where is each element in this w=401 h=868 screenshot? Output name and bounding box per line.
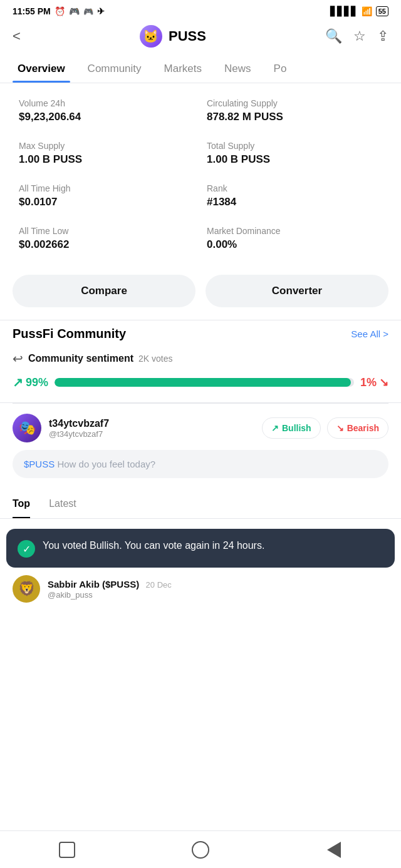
stat-volume-value: $9,23,206.64 (19, 111, 194, 123)
stat-circulating-value: 878.82 M PUSS (207, 111, 382, 123)
tab-overview[interactable]: Overview (6, 55, 76, 83)
share-icon[interactable]: ⇪ (377, 28, 388, 44)
signal-icon: ▋▋▋▋ (330, 6, 358, 16)
compare-button[interactable]: Compare (13, 275, 195, 307)
placeholder-text: How do you feel today? (57, 459, 155, 469)
bottom-avatar-icon: 🦁 (18, 581, 35, 597)
header-actions: 🔍 ☆ ⇪ (325, 28, 388, 44)
user-details: t34ytcvbzaf7 @t34ytcvbzaf7 (49, 418, 109, 439)
send-icon: ✈ (97, 6, 105, 16)
stat-rank-value: #1384 (207, 196, 382, 208)
circle-icon (192, 841, 209, 859)
sentiment-label: Community sentiment (28, 353, 133, 364)
user-handle: @t34ytcvbzaf7 (49, 429, 109, 439)
stat-atl-label: All Time Low (19, 226, 194, 236)
user-info: 🎭 t34ytcvbzaf7 @t34ytcvbzaf7 (13, 414, 109, 442)
votes-badge: 2K votes (138, 354, 172, 364)
status-bar: 11:55 PM ⏰ 🎮 🎮 ✈ ▋▋▋▋ 📶 55 (0, 0, 401, 20)
stat-circulating-supply: Circulating Supply 878.82 M PUSS (200, 89, 388, 132)
nav-square-button[interactable] (57, 840, 77, 860)
discord-icon: 🎮 (69, 6, 80, 16)
header: < 🐱 PUSS 🔍 ☆ ⇪ (0, 20, 401, 55)
stat-dominance-value: 0.00% (207, 238, 382, 251)
tabs: Overview Community Markets News Po (0, 55, 401, 83)
bullish-vote-button[interactable]: ↗ Bullish (262, 417, 321, 439)
see-all-button[interactable]: See All > (351, 329, 388, 339)
coin-emoji: 🐱 (143, 29, 159, 44)
toast-check-icon: ✓ (18, 540, 35, 558)
battery: 55 (376, 6, 388, 16)
tab-more[interactable]: Po (263, 55, 298, 83)
stat-ath: All Time High $0.0107 (13, 175, 200, 217)
stat-volume-label: Volume 24h (19, 98, 194, 108)
stat-totalsupply-value: 1.00 B PUSS (207, 153, 382, 166)
bottom-date: 20 Dec (146, 580, 172, 590)
stat-max-supply: Max Supply 1.00 B PUSS (13, 132, 200, 175)
stats-grid: Volume 24h $9,23,206.64 Circulating Supp… (0, 83, 401, 266)
bottom-handle: @akib_puss (48, 590, 175, 600)
bullish-vote-label: Bullish (282, 423, 311, 433)
post-input[interactable]: $PUSS How do you feel today? (13, 450, 388, 478)
bearish-vote-icon: ↘ (336, 423, 344, 433)
stat-maxsupply-label: Max Supply (19, 141, 194, 151)
bearish-percentage: 1% ↘ (360, 375, 388, 389)
tab-community[interactable]: Community (76, 55, 153, 83)
avatar-icon: 🎭 (19, 420, 36, 436)
stat-ath-value: $0.0107 (19, 196, 194, 208)
converter-button[interactable]: Converter (206, 275, 388, 307)
sentiment-icon: ↩ (13, 351, 23, 366)
search-icon[interactable]: 🔍 (325, 28, 342, 44)
coin-title: 🐱 PUSS (140, 25, 206, 48)
nav-home-button[interactable] (190, 840, 211, 860)
ticker-tag: $PUSS (24, 459, 55, 469)
stat-rank-label: Rank (207, 183, 382, 193)
back-triangle-icon (327, 842, 341, 858)
user-row: 🎭 t34ytcvbzaf7 @t34ytcvbzaf7 ↗ Bullish ↘… (13, 414, 388, 442)
star-icon[interactable]: ☆ (353, 28, 366, 44)
username: t34ytcvbzaf7 (49, 418, 109, 429)
nav-spacer (0, 610, 401, 654)
stat-totalsupply-label: Total Supply (207, 141, 382, 151)
bottom-avatar: 🦁 (13, 575, 40, 603)
stat-atl-value: $0.002662 (19, 238, 194, 251)
toast-message: You voted Bullish. You can vote again in… (43, 539, 264, 553)
stat-market-dominance: Market Dominance 0.00% (200, 217, 388, 260)
coin-icon: 🐱 (140, 25, 162, 48)
status-right: ▋▋▋▋ 📶 55 (330, 6, 388, 16)
sentiment-header: ↩ Community sentiment 2K votes (13, 351, 388, 366)
stat-dominance-label: Market Dominance (207, 226, 382, 236)
square-icon (59, 842, 75, 858)
tab-top[interactable]: Top (13, 491, 30, 518)
sentiment-fill (55, 378, 351, 387)
stat-circulating-label: Circulating Supply (207, 98, 382, 108)
bullish-arrow-icon: ↗ (13, 375, 23, 390)
nav-back-button[interactable] (324, 840, 344, 860)
stat-ath-label: All Time High (19, 183, 194, 193)
spacer (0, 519, 401, 529)
stat-volume-24h: Volume 24h $9,23,206.64 (13, 89, 200, 132)
sentiment-bar (55, 378, 354, 387)
bearish-vote-label: Bearish (347, 423, 379, 433)
avatar: 🎭 (13, 414, 41, 442)
bearish-arrow-icon: ↘ (379, 375, 388, 389)
bottom-user-info: Sabbir Akib ($PUSS) 20 Dec @akib_puss (48, 579, 175, 600)
tab-news[interactable]: News (213, 55, 263, 83)
wifi-icon: 📶 (362, 6, 372, 16)
community-title: PussFi Community (13, 327, 126, 341)
bottom-post-preview: 🦁 Sabbir Akib ($PUSS) 20 Dec @akib_puss (0, 568, 401, 610)
toast-notification: ✓ You voted Bullish. You can vote again … (6, 529, 395, 568)
bullish-percentage: ↗ 99% (13, 375, 48, 390)
action-buttons: Compare Converter (0, 266, 401, 320)
coin-name: PUSS (169, 28, 206, 44)
bearish-vote-button[interactable]: ↘ Bearish (327, 417, 388, 439)
status-left: 11:55 PM ⏰ 🎮 🎮 ✈ (13, 6, 105, 16)
sentiment-section: ↩ Community sentiment 2K votes ↗ 99% 1% … (0, 351, 401, 402)
stat-rank: Rank #1384 (200, 175, 388, 217)
tab-markets[interactable]: Markets (153, 55, 213, 83)
user-post-section: 🎭 t34ytcvbzaf7 @t34ytcvbzaf7 ↗ Bullish ↘… (13, 403, 388, 478)
tab-latest[interactable]: Latest (49, 491, 76, 518)
bottom-username: Sabbir Akib ($PUSS) (48, 579, 139, 590)
community-header: PussFi Community See All > (0, 320, 401, 351)
back-button[interactable]: < (13, 28, 21, 44)
bullish-vote-icon: ↗ (271, 423, 279, 433)
